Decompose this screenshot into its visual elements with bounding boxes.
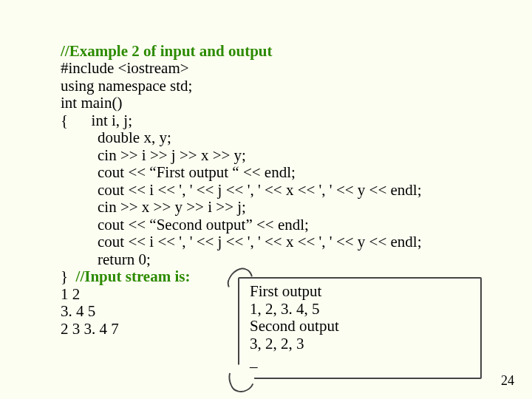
output-cursor: _ bbox=[250, 352, 473, 370]
output-line: 1, 2, 3. 4, 5 bbox=[250, 301, 473, 318]
page-number: 24 bbox=[501, 373, 514, 389]
output-box: First output 1, 2, 3. 4, 5 Second output… bbox=[238, 277, 482, 379]
code-line: { bbox=[61, 112, 68, 129]
code-line: int i, j; bbox=[92, 112, 132, 129]
code-line: 1 2 bbox=[61, 285, 80, 303]
code-line: using namespace std; bbox=[61, 77, 192, 95]
code-line: cout << “First output “ << endl; bbox=[61, 164, 296, 182]
output-line: Second output bbox=[250, 318, 473, 335]
code-line: cout << i << ', ' << j << ', ' << x << '… bbox=[61, 182, 422, 200]
code-comment-title: //Example 2 of input and output bbox=[61, 42, 273, 60]
slide: //Example 2 of input and output #include… bbox=[0, 0, 532, 399]
code-line: 3. 4 5 bbox=[61, 302, 95, 320]
code-line: return 0; bbox=[61, 251, 151, 269]
code-line: #include <iostream> bbox=[61, 59, 189, 77]
code-line: cout << “Second output” << endl; bbox=[61, 216, 309, 234]
code-line: cout << i << ', ' << j << ', ' << x << '… bbox=[61, 233, 422, 251]
code-line: } bbox=[61, 267, 68, 285]
code-line: cin >> i >> j >> x >> y; bbox=[61, 147, 246, 165]
output-line: 3, 2, 2, 3 bbox=[250, 335, 473, 353]
code-comment-input: //Input stream is: bbox=[76, 267, 191, 285]
code-line: double x, y; bbox=[61, 129, 171, 147]
code-line: int main() bbox=[61, 94, 122, 112]
code-line: 2 3 3. 4 7 bbox=[61, 320, 119, 338]
output-line: First output bbox=[250, 283, 473, 301]
code-line: cin >> x >> y >> i >> j; bbox=[61, 199, 246, 216]
